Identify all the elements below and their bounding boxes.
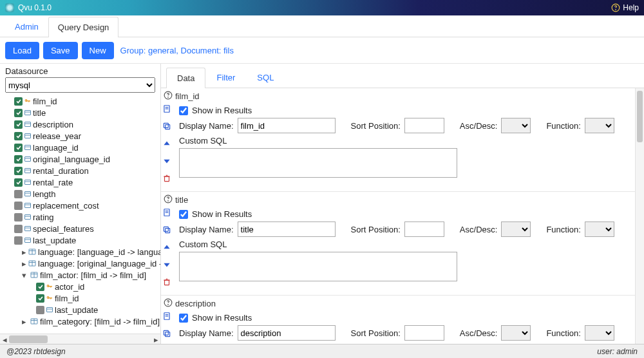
- main-tabs: Admin Query Design: [0, 15, 644, 37]
- scroll-right-icon[interactable]: ▸: [151, 334, 160, 344]
- tree-row[interactable]: ▸film_category: [film_id -> film_id]: [5, 316, 160, 327]
- tree-row[interactable]: film_id: [5, 95, 160, 107]
- expander-icon[interactable]: ▸: [22, 317, 28, 326]
- table-icon: [30, 317, 39, 325]
- svg-point-36: [47, 285, 48, 286]
- save-button[interactable]: Save: [43, 42, 78, 59]
- checkbox[interactable]: [36, 283, 44, 291]
- tree-row[interactable]: ▸language: [language_id -> language_id]: [5, 246, 160, 258]
- tree-row[interactable]: last_update: [5, 234, 160, 246]
- field-tree[interactable]: film_idtitledescriptionrelease_yearlangu…: [0, 95, 160, 334]
- tree-row[interactable]: rental_duration: [5, 165, 160, 176]
- custom-sql-input[interactable]: [179, 252, 457, 281]
- tree-row[interactable]: original_language_id: [5, 153, 160, 165]
- tree-row[interactable]: ▸language: [original_language_id -> lang…: [5, 258, 160, 269]
- expander-icon[interactable]: ▾: [22, 270, 28, 280]
- tree-row[interactable]: film_id: [5, 292, 160, 304]
- checkbox[interactable]: [14, 190, 23, 198]
- page-icon[interactable]: [162, 208, 171, 219]
- tree-row[interactable]: release_year: [5, 130, 160, 142]
- tree-row[interactable]: actor_id: [5, 281, 160, 292]
- move-up-icon[interactable]: [162, 243, 171, 254]
- tree-row[interactable]: description: [5, 118, 160, 130]
- display-name-input[interactable]: [238, 118, 336, 133]
- tree-row[interactable]: language_id: [5, 142, 160, 153]
- copy-icon[interactable]: [162, 329, 171, 340]
- checkbox[interactable]: [14, 225, 23, 233]
- delete-icon[interactable]: [162, 278, 171, 288]
- checkbox[interactable]: [14, 144, 23, 152]
- checkbox[interactable]: [14, 132, 23, 140]
- new-button[interactable]: New: [82, 42, 114, 59]
- datasource-select[interactable]: mysql: [5, 77, 155, 93]
- delete-icon[interactable]: [162, 174, 171, 185]
- page-icon[interactable]: [162, 104, 171, 115]
- help-icon[interactable]: [164, 194, 173, 205]
- tree-row[interactable]: special_features: [5, 223, 160, 234]
- help-icon[interactable]: [164, 298, 173, 309]
- show-in-results-checkbox[interactable]: [179, 210, 188, 219]
- checkbox[interactable]: [36, 294, 44, 303]
- subtab-data[interactable]: Data: [166, 68, 205, 88]
- display-name-input[interactable]: [238, 325, 336, 341]
- tab-query-design[interactable]: Query Design: [48, 17, 118, 37]
- copy-icon[interactable]: [162, 122, 171, 133]
- checkbox[interactable]: [14, 178, 23, 187]
- asc-desc-select[interactable]: [501, 118, 531, 133]
- columns-vertical-scrollbar[interactable]: [635, 88, 644, 344]
- page-icon[interactable]: [162, 312, 171, 323]
- tree-label: replacement_cost: [33, 201, 99, 211]
- sort-position-input[interactable]: [404, 118, 444, 133]
- tab-admin[interactable]: Admin: [5, 16, 48, 37]
- function-select[interactable]: [585, 221, 614, 237]
- subtab-filter[interactable]: Filter: [205, 67, 246, 88]
- tree-horizontal-scrollbar[interactable]: ◂ ▸: [0, 334, 160, 344]
- checkbox[interactable]: [14, 97, 23, 106]
- tree-row[interactable]: rental_rate: [5, 176, 160, 188]
- checkbox[interactable]: [14, 167, 23, 175]
- sort-position-input[interactable]: [404, 221, 444, 237]
- expander-icon[interactable]: ▸: [22, 259, 26, 268]
- checkbox[interactable]: [14, 120, 23, 129]
- function-select[interactable]: [585, 118, 614, 133]
- tree-row[interactable]: replacement_cost: [5, 200, 160, 211]
- tree-row[interactable]: title: [5, 107, 160, 118]
- scrollbar-thumb[interactable]: [9, 335, 48, 343]
- help-icon[interactable]: [164, 91, 173, 102]
- checkbox[interactable]: [14, 202, 23, 210]
- footer: @2023 rbtdesign user: admin: [0, 344, 644, 358]
- checkbox[interactable]: [36, 306, 44, 314]
- show-in-results-checkbox[interactable]: [179, 314, 188, 323]
- move-down-icon[interactable]: [162, 156, 171, 167]
- custom-sql-input[interactable]: [179, 148, 457, 178]
- move-down-icon[interactable]: [162, 260, 171, 271]
- copy-icon[interactable]: [162, 225, 171, 236]
- asc-desc-select[interactable]: [501, 221, 531, 237]
- asc-desc-select[interactable]: [501, 325, 531, 341]
- checkbox[interactable]: [14, 236, 23, 245]
- checkbox[interactable]: [14, 109, 23, 117]
- checkbox[interactable]: [14, 213, 23, 221]
- sort-position-input[interactable]: [404, 325, 444, 341]
- tree-row[interactable]: ▾film_actor: [film_id -> film_id]: [5, 269, 160, 281]
- tree-label: release_year: [33, 131, 81, 141]
- svg-rect-9: [25, 146, 31, 150]
- subtab-sql[interactable]: SQL: [246, 67, 285, 88]
- sort-position-label: Sort Position:: [351, 121, 401, 131]
- function-label: Function:: [546, 328, 580, 338]
- tree-row[interactable]: last_update: [5, 304, 160, 316]
- scrollbar-thumb[interactable]: [637, 91, 643, 142]
- expander-icon[interactable]: ▸: [22, 247, 26, 257]
- load-button[interactable]: Load: [5, 42, 39, 59]
- move-up-icon[interactable]: [162, 139, 171, 150]
- tree-label: actor_id: [55, 282, 84, 292]
- show-in-results-checkbox[interactable]: [179, 106, 188, 115]
- tree-row[interactable]: rating: [5, 211, 160, 223]
- tree-row[interactable]: length: [5, 188, 160, 200]
- function-select[interactable]: [585, 325, 614, 341]
- checkbox[interactable]: [14, 155, 23, 164]
- app-logo-icon: [5, 3, 14, 12]
- display-name-input[interactable]: [238, 221, 336, 237]
- scroll-left-icon[interactable]: ◂: [0, 334, 9, 344]
- help-link[interactable]: Help: [611, 3, 639, 12]
